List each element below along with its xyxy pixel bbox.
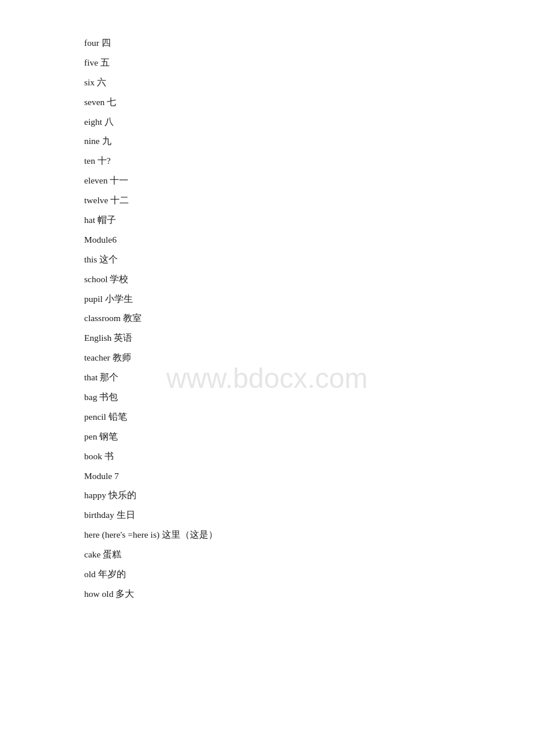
vocab-item-pen: pen 钢笔 [84, 429, 450, 445]
vocab-item-classroom: classroom 教室 [84, 310, 450, 326]
vocab-item-birthday: birthday 生日 [84, 507, 450, 523]
vocab-item-hat: hat 帽子 [84, 212, 450, 228]
vocab-item-module7: Module 7 [84, 468, 450, 484]
vocab-item-twelve: twelve 十二 [84, 192, 450, 208]
vocab-item-eight: eight 八 [84, 114, 450, 130]
vocab-item-eleven: eleven 十一 [84, 172, 450, 189]
vocab-item-pencil: pencil 铅笔 [84, 409, 450, 425]
vocab-item-six: six 六 [84, 74, 450, 91]
vocab-item-this: this 这个 [84, 251, 450, 268]
vocab-item-four: four 四 [84, 35, 450, 51]
vocab-item-teacher: teacher 教师 [84, 350, 450, 366]
vocab-item-bag: bag 书包 [84, 389, 450, 405]
vocab-item-cake: cake 蛋糕 [84, 546, 450, 563]
vocab-item-pupil: pupil 小学生 [84, 291, 450, 307]
vocab-item-happy: happy 快乐的 [84, 487, 450, 503]
vocab-item-five: five 五 [84, 55, 450, 71]
vocab-item-nine: nine 九 [84, 133, 450, 149]
vocab-item-module6: Module6 [84, 232, 450, 248]
vocab-item-ten: ten 十? [84, 153, 450, 169]
vocab-item-english: English 英语 [84, 330, 450, 346]
vocab-item-school: school 学校 [84, 271, 450, 287]
vocab-item-that: that 那个 [84, 369, 450, 386]
vocab-item-how-old: how old 多大 [84, 586, 450, 602]
vocab-item-old: old 年岁的 [84, 566, 450, 582]
vocab-item-here: here (here's =here is) 这里（这是） [84, 527, 450, 543]
main-content: four 四five 五six 六seven 七eight 八nine 九ten… [0, 0, 534, 640]
vocab-item-seven: seven 七 [84, 94, 450, 110]
vocab-item-book: book 书 [84, 448, 450, 465]
